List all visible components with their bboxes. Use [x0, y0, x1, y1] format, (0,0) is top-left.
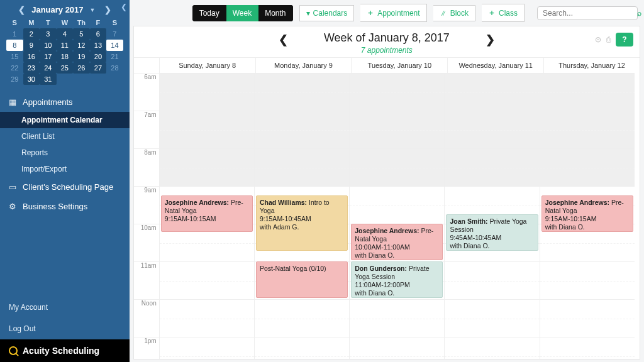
mini-day[interactable]: 5 — [73, 28, 90, 40]
hour-cell[interactable] — [445, 299, 539, 337]
mini-day[interactable]: 13 — [90, 40, 107, 51]
search-icon[interactable]: ⌕ — [637, 9, 641, 18]
mini-day[interactable]: 10 — [40, 40, 57, 51]
hour-cell[interactable] — [540, 111, 635, 148]
sidebar-collapse-icon[interactable]: ❮ — [121, 3, 127, 11]
prev-month-icon[interactable]: ❮ — [16, 5, 28, 14]
prev-week-icon[interactable]: ❮ — [279, 33, 288, 47]
hour-cell[interactable] — [160, 337, 254, 359]
month-label[interactable]: January 2017 — [31, 5, 83, 14]
nav-sub-item[interactable]: Appointment Calendar — [0, 112, 130, 128]
day-column[interactable]: Josephine Andrews: Pre-Natal Yoga10:00AM… — [349, 73, 444, 359]
hour-cell[interactable] — [160, 111, 254, 148]
hour-cell[interactable] — [445, 111, 539, 148]
week-button[interactable]: Week — [226, 5, 258, 21]
new-appointment-button[interactable]: ＋ Appointment — [360, 4, 426, 22]
print-icon[interactable]: ⎙ — [606, 35, 611, 44]
mini-day[interactable]: 15 — [6, 51, 23, 62]
block-button[interactable]: ⫽ Block — [433, 5, 475, 21]
search-input[interactable] — [543, 9, 637, 18]
mini-day[interactable]: 20 — [90, 51, 107, 62]
appointment[interactable]: Josephine Andrews: Pre-Natal Yoga10:00AM… — [351, 224, 443, 260]
hour-cell[interactable] — [445, 73, 539, 111]
hour-cell[interactable] — [540, 337, 635, 359]
hour-cell[interactable] — [160, 261, 254, 299]
hour-cell[interactable] — [540, 299, 635, 337]
mini-day[interactable]: 30 — [23, 74, 40, 85]
mini-day[interactable]: 8 — [6, 40, 23, 51]
hour-cell[interactable] — [445, 261, 539, 299]
mini-day[interactable]: 1 — [6, 28, 23, 40]
hour-cell[interactable] — [160, 299, 254, 337]
hour-cell[interactable] — [255, 337, 349, 359]
log-out-link[interactable]: Log Out — [0, 318, 130, 339]
hour-cell[interactable] — [540, 148, 635, 186]
hour-cell[interactable] — [350, 73, 444, 111]
mini-day[interactable]: 4 — [57, 28, 74, 40]
hour-cell[interactable] — [160, 73, 254, 111]
mini-day[interactable]: 19 — [73, 51, 90, 62]
mini-day[interactable]: 3 — [40, 28, 57, 40]
hour-cell[interactable] — [350, 337, 444, 359]
mini-day[interactable]: 31 — [40, 74, 57, 85]
mini-day[interactable]: 29 — [6, 74, 23, 85]
my-account-link[interactable]: My Account — [0, 297, 130, 318]
hour-cell[interactable] — [445, 148, 539, 186]
day-column[interactable]: Joan Smith: Private Yoga Session9:45AM-1… — [444, 73, 539, 359]
appointment[interactable]: Josephine Andrews: Pre-Natal Yoga9:15AM-… — [161, 195, 253, 232]
day-column[interactable]: Josephine Andrews: Pre-Natal Yoga9:15AM-… — [159, 73, 254, 359]
hour-cell[interactable] — [350, 148, 444, 186]
mini-day[interactable]: 21 — [106, 51, 123, 62]
appointment[interactable]: Don Gunderson: Private Yoga Session11:00… — [351, 261, 443, 298]
hour-cell[interactable] — [350, 299, 444, 337]
nav-business-settings[interactable]: ⚙ Business Settings — [0, 197, 130, 216]
appointment[interactable]: Post-Natal Yoga (0/10) — [256, 261, 348, 298]
mini-day[interactable]: 11 — [57, 40, 74, 51]
search-box[interactable]: ⌕ — [537, 6, 638, 20]
hour-cell[interactable] — [350, 111, 444, 148]
mini-day[interactable]: 23 — [23, 62, 40, 74]
help-button[interactable]: ? — [616, 33, 633, 47]
mini-day[interactable]: 9 — [23, 40, 40, 51]
nav-appointments[interactable]: ▦ Appointments — [0, 92, 130, 112]
appointment[interactable]: Josephine Andrews: Pre-Natal Yoga9:15AM-… — [541, 195, 633, 232]
day-column[interactable]: Josephine Andrews: Pre-Natal Yoga9:15AM-… — [540, 73, 635, 359]
next-week-icon[interactable]: ❯ — [486, 33, 495, 47]
hour-cell[interactable] — [540, 73, 635, 111]
hour-cell[interactable] — [540, 261, 635, 299]
hour-cell[interactable] — [160, 148, 254, 186]
mini-day[interactable]: 2 — [23, 28, 40, 40]
mini-day[interactable]: 27 — [90, 62, 107, 74]
nav-sub-item[interactable]: Import/Export — [0, 161, 130, 177]
hour-cell[interactable] — [255, 299, 349, 337]
hour-cell[interactable] — [255, 148, 349, 186]
hour-cell[interactable] — [350, 186, 444, 224]
next-month-icon[interactable]: ❯ — [102, 5, 114, 14]
nav-sub-item[interactable]: Reports — [0, 145, 130, 161]
calendar-grid[interactable]: 6am7am8am9am10am11amNoon1pmJosephine And… — [134, 73, 640, 359]
mini-day[interactable]: 12 — [73, 40, 90, 51]
class-button[interactable]: ＋ Class — [482, 4, 525, 22]
mini-day[interactable]: 24 — [40, 62, 57, 74]
nav-sub-item[interactable]: Client List — [0, 128, 130, 145]
calendars-filter-button[interactable]: ▾ Calendars — [299, 5, 355, 21]
mini-day[interactable]: 22 — [6, 62, 23, 74]
nav-clients-page[interactable]: ▭ Client's Scheduling Page — [0, 177, 130, 197]
mini-day[interactable]: 16 — [23, 51, 40, 62]
hour-cell[interactable] — [445, 337, 539, 359]
mini-day[interactable]: 7 — [106, 28, 123, 40]
mini-day[interactable]: 28 — [106, 62, 123, 74]
today-button[interactable]: Today — [192, 5, 226, 21]
month-dropdown-icon[interactable]: ▼ — [87, 7, 98, 13]
month-button[interactable]: Month — [258, 5, 292, 21]
hour-cell[interactable] — [255, 111, 349, 148]
mini-day[interactable]: 25 — [57, 62, 74, 74]
hour-cell[interactable] — [255, 73, 349, 111]
appointment[interactable]: Joan Smith: Private Yoga Session9:45AM-1… — [446, 214, 538, 251]
mini-day[interactable]: 14 — [106, 40, 123, 51]
mini-day[interactable]: 18 — [57, 51, 74, 62]
mini-day[interactable]: 6 — [90, 28, 107, 40]
appointment[interactable]: Chad Williams: Intro to Yoga9:15AM-10:45… — [256, 195, 348, 251]
mini-day[interactable]: 26 — [73, 62, 90, 74]
day-column[interactable]: Chad Williams: Intro to Yoga9:15AM-10:45… — [254, 73, 349, 359]
